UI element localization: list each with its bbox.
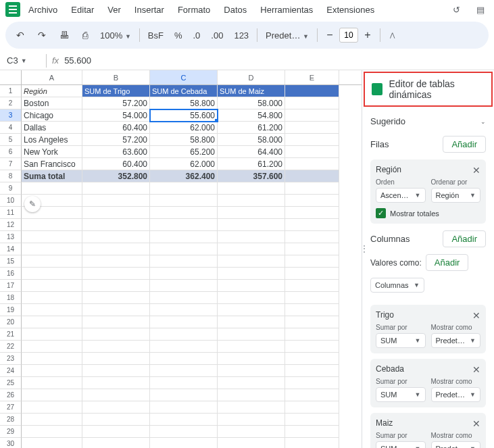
col-header-d[interactable]: D	[218, 70, 285, 84]
summarize-by-select[interactable]: SUM▼	[376, 387, 426, 402]
summarize-by-select[interactable]: SUM▼	[376, 441, 426, 448]
cell[interactable]	[285, 280, 339, 292]
cell[interactable]: 62.000	[150, 158, 218, 170]
cell[interactable]	[218, 219, 285, 231]
menu-formato[interactable]: Formato	[172, 2, 216, 18]
font-select[interactable]: Predet… ▼	[263, 30, 312, 41]
zoom-select[interactable]: 100% ▼	[97, 30, 134, 41]
cell[interactable]	[22, 389, 82, 401]
menu-archivo[interactable]: Archivo	[23, 2, 63, 18]
cell[interactable]	[285, 389, 339, 401]
cell[interactable]	[218, 414, 285, 426]
cell[interactable]: Suma total	[22, 170, 82, 182]
cell[interactable]	[218, 341, 285, 353]
cell[interactable]	[22, 426, 82, 438]
cell[interactable]: Región	[22, 85, 82, 97]
cell[interactable]	[218, 207, 285, 219]
cell[interactable]: 58.000	[218, 97, 285, 109]
row-header[interactable]: 8	[0, 170, 22, 182]
show-as-select[interactable]: Predet…▼	[431, 441, 481, 448]
cell[interactable]	[285, 377, 339, 389]
row-header[interactable]: 27	[0, 401, 22, 414]
cell[interactable]	[285, 109, 339, 122]
cell[interactable]	[22, 268, 82, 280]
cell[interactable]	[218, 328, 285, 341]
cell[interactable]	[285, 158, 339, 170]
cell[interactable]	[82, 365, 150, 377]
cell[interactable]	[150, 182, 218, 195]
cell[interactable]	[285, 146, 339, 158]
row-header[interactable]: 14	[0, 243, 22, 255]
currency-btn[interactable]: BsF	[145, 30, 166, 41]
cell[interactable]: 352.800	[82, 170, 150, 182]
comment-icon[interactable]: ▤	[472, 1, 489, 18]
row-header[interactable]: 3	[0, 109, 22, 122]
row-header[interactable]: 15	[0, 255, 22, 268]
cell[interactable]	[82, 207, 150, 219]
formula-bar[interactable]: 55.600	[64, 55, 91, 66]
cell[interactable]	[218, 365, 285, 377]
cell[interactable]	[22, 328, 82, 341]
row-header[interactable]: 21	[0, 328, 22, 341]
number-format-btn[interactable]: 123	[231, 30, 251, 41]
cell[interactable]	[22, 304, 82, 316]
cell[interactable]	[82, 292, 150, 304]
sort-by-select[interactable]: Región▼	[431, 188, 481, 203]
cell[interactable]	[150, 292, 218, 304]
name-box[interactable]: C3 ▼	[7, 55, 41, 66]
cell[interactable]	[150, 401, 218, 414]
menu-ver[interactable]: Ver	[102, 2, 126, 18]
history-icon[interactable]: ↺	[448, 1, 464, 18]
cell[interactable]	[218, 292, 285, 304]
row-header[interactable]: 20	[0, 316, 22, 328]
cell[interactable]	[218, 377, 285, 389]
cell[interactable]	[82, 401, 150, 414]
cell[interactable]	[218, 438, 285, 448]
cell[interactable]	[82, 231, 150, 243]
add-values-button[interactable]: Añadir	[426, 254, 469, 271]
row-header[interactable]: 11	[0, 207, 22, 219]
cell[interactable]	[218, 280, 285, 292]
cell[interactable]: SUM de Maiz	[218, 85, 285, 97]
cell[interactable]	[285, 414, 339, 426]
menu-datos[interactable]: Datos	[218, 2, 252, 18]
cell[interactable]	[150, 304, 218, 316]
row-header[interactable]: 17	[0, 280, 22, 292]
cell[interactable]	[22, 182, 82, 195]
more-toolbar-icon[interactable]: ⋀	[386, 29, 399, 41]
cell[interactable]	[150, 207, 218, 219]
cell[interactable]	[22, 255, 82, 268]
cell[interactable]	[22, 280, 82, 292]
cell[interactable]: 54.000	[82, 109, 150, 122]
cell[interactable]: 55.600	[150, 109, 218, 122]
cell[interactable]: Chicago	[22, 109, 82, 122]
cell[interactable]	[285, 401, 339, 414]
cell[interactable]	[218, 231, 285, 243]
col-header-c[interactable]: C	[150, 70, 218, 84]
cell[interactable]	[285, 182, 339, 195]
row-header[interactable]: 7	[0, 158, 22, 170]
values-as-select[interactable]: Columnas▼	[370, 278, 424, 293]
cell[interactable]	[22, 401, 82, 414]
font-size-input[interactable]	[339, 28, 358, 43]
cell[interactable]	[150, 268, 218, 280]
cell[interactable]: SUM de Trigo	[82, 85, 150, 97]
row-header[interactable]: 19	[0, 304, 22, 316]
cell[interactable]	[22, 438, 82, 448]
cell[interactable]	[82, 219, 150, 231]
col-header-e[interactable]: E	[285, 70, 339, 84]
cell[interactable]	[285, 426, 339, 438]
close-icon[interactable]: ✕	[472, 165, 480, 176]
row-header[interactable]: 12	[0, 219, 22, 231]
cell[interactable]	[285, 365, 339, 377]
cell[interactable]	[150, 231, 218, 243]
cell[interactable]	[285, 328, 339, 341]
suggested-toggle[interactable]: Sugerido⌄	[370, 114, 486, 129]
cell[interactable]	[150, 377, 218, 389]
row-header[interactable]: 6	[0, 146, 22, 158]
cell[interactable]: 57.200	[82, 134, 150, 146]
row-header[interactable]: 5	[0, 134, 22, 146]
show-totals-checkbox[interactable]: ✓ Mostrar totales	[376, 208, 480, 218]
cell[interactable]	[150, 438, 218, 448]
menu-insertar[interactable]: Insertar	[129, 2, 170, 18]
